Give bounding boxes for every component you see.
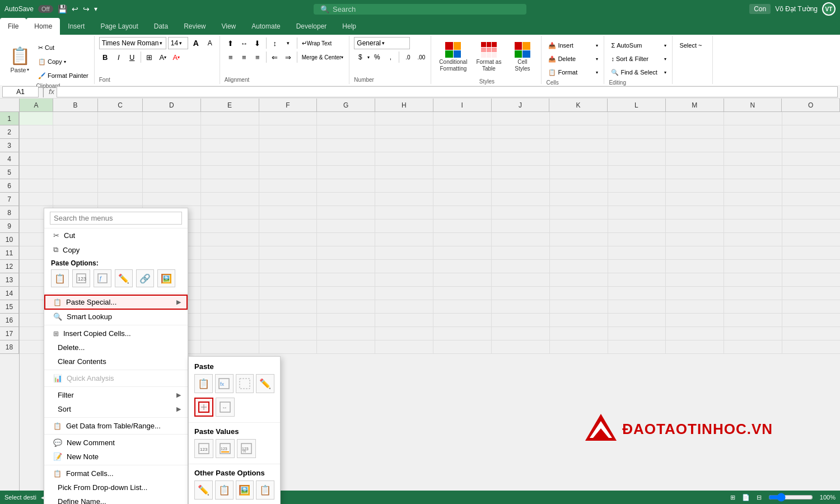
smart-lookup-menu-item[interactable]: 🔍 Smart Lookup [44, 310, 188, 324]
indent-decrease-button[interactable]: ⇐ [269, 51, 281, 63]
copy-menu-item[interactable]: ⧉ Copy [44, 242, 188, 257]
font-color-button[interactable]: A▾ [170, 51, 183, 63]
paste-dropdown-arrow[interactable]: ▾ [27, 67, 29, 72]
submenu-values-icon-2[interactable]: 123 [216, 439, 235, 458]
comment-button[interactable]: Con [749, 4, 771, 14]
align-left-button[interactable]: ≡ [225, 51, 237, 63]
col-header-d[interactable]: D [143, 99, 201, 111]
row-7-header[interactable]: 7 [0, 193, 19, 206]
insert-copied-menu-item[interactable]: ⊞ Insert Copied Cells... [44, 326, 188, 340]
formula-input[interactable] [57, 86, 838, 97]
get-data-menu-item[interactable]: 📋 Get Data from Table/Range... [44, 419, 188, 433]
currency-button[interactable]: $ [354, 51, 366, 63]
format-arrow[interactable]: ▾ [596, 70, 598, 75]
col-header-n[interactable]: N [724, 99, 782, 111]
fill-color-button[interactable]: A▾ [157, 51, 169, 63]
number-format-selector[interactable]: General ▾ [354, 37, 410, 49]
row-1-header[interactable]: 1 [0, 112, 19, 125]
tab-home[interactable]: Home [26, 18, 60, 35]
normal-view-icon[interactable]: ⊞ [730, 494, 735, 501]
submenu-other-icon-4[interactable]: 📋 [256, 480, 274, 500]
tab-help[interactable]: Help [334, 18, 364, 35]
context-menu-search-input[interactable] [50, 212, 182, 225]
new-note-menu-item[interactable]: 📝 New Note [44, 450, 188, 464]
col-header-o[interactable]: O [782, 99, 840, 111]
col-header-m[interactable]: M [666, 99, 724, 111]
paste-icon-2[interactable]: 123 [72, 269, 90, 287]
percent-button[interactable]: % [371, 51, 383, 63]
paste-icon-5[interactable]: 🔗 [136, 269, 154, 287]
paste-button[interactable]: 📋 Paste ▾ [6, 39, 34, 80]
row-12-header[interactable]: 12 [0, 260, 19, 273]
font-size-selector[interactable]: 14 ▾ [168, 37, 188, 49]
delete-arrow[interactable]: ▾ [596, 57, 598, 62]
text-direction-arrow[interactable]: ▾ [282, 37, 295, 49]
submenu-paste-icon-2[interactable]: fx [215, 374, 234, 393]
tab-review[interactable]: Review [176, 18, 213, 35]
undo-icon[interactable]: ↩ [72, 4, 78, 13]
submenu-values-icon-3[interactable]: 123% [237, 439, 256, 458]
page-layout-icon[interactable]: 📄 [742, 494, 750, 501]
align-top-button[interactable]: ⬆ [225, 37, 237, 49]
submenu-paste-icon-4[interactable]: ✏️ [256, 374, 274, 393]
italic-button[interactable]: I [113, 51, 125, 63]
submenu-other-icon-2[interactable]: 📋 [215, 480, 234, 500]
col-header-j[interactable]: J [492, 99, 550, 111]
border-button[interactable]: ⊞ [143, 51, 156, 63]
find-select-arrow[interactable]: ▾ [664, 70, 666, 75]
font-name-selector[interactable]: Times New Roman ▾ [99, 37, 166, 49]
copy-dropdown-arrow[interactable]: ▾ [64, 59, 66, 64]
row-17-header[interactable]: 17 [0, 327, 19, 340]
row-14-header[interactable]: 14 [0, 287, 19, 300]
align-bottom-button[interactable]: ⬇ [251, 37, 264, 49]
autosave-toggle[interactable]: Off [38, 5, 53, 13]
paste-icon-6[interactable]: 🖼️ [157, 269, 175, 287]
submenu-paste-icon-6[interactable]: ↔ [216, 398, 235, 417]
tab-file[interactable]: File [0, 18, 26, 35]
col-header-b[interactable]: B [53, 99, 98, 111]
row-2-header[interactable]: 2 [0, 125, 19, 139]
decrease-font-button[interactable]: A [204, 37, 216, 49]
filter-menu-item[interactable]: Filter ▶ [44, 388, 188, 402]
delete-button[interactable]: 📤 Delete ▾ [546, 53, 600, 65]
select-button[interactable]: Select ~ [677, 39, 709, 52]
bold-button[interactable]: B [99, 51, 111, 63]
col-header-k[interactable]: K [549, 99, 608, 111]
search-placeholder[interactable]: Search [333, 5, 356, 13]
row-6-header[interactable]: 6 [0, 179, 19, 193]
align-right-button[interactable]: ≡ [251, 51, 264, 63]
format-button[interactable]: 📋 Format ▾ [546, 66, 600, 78]
row-4-header[interactable]: 4 [0, 152, 19, 166]
merge-center-button[interactable]: Merge & Center ▾ [300, 51, 346, 63]
customize-qat[interactable]: ▾ [94, 5, 97, 13]
insert-arrow[interactable]: ▾ [596, 43, 598, 48]
align-middle-button[interactable]: ↔ [238, 37, 250, 49]
grid-row-5[interactable] [20, 166, 840, 179]
merge-center-arrow[interactable]: ▾ [341, 55, 343, 60]
sort-filter-arrow[interactable]: ▾ [664, 57, 666, 62]
wrap-text-button[interactable]: ↵ Wrap Text [300, 37, 334, 49]
sum-button[interactable]: Σ AutoSum ▾ [609, 39, 669, 52]
format-cells-menu-item[interactable]: 📋 Format Cells... [44, 466, 188, 480]
user-avatar[interactable]: VT [822, 2, 836, 16]
paste-icon-1[interactable]: 📋 [51, 269, 69, 287]
submenu-other-icon-3[interactable]: 🖼️ [236, 480, 254, 500]
row-8-header[interactable]: 8 [0, 206, 19, 220]
align-center-button[interactable]: ≡ [238, 51, 250, 63]
comma-button[interactable]: , [384, 51, 396, 63]
tab-automate[interactable]: Automate [244, 18, 288, 35]
name-box[interactable] [2, 86, 39, 97]
row-11-header[interactable]: 11 [0, 246, 19, 260]
tab-developer[interactable]: Developer [288, 18, 335, 35]
row-10-header[interactable]: 10 [0, 233, 19, 246]
pick-dropdown-menu-item[interactable]: Pick From Drop-down List... [44, 480, 188, 494]
conditional-formatting-button[interactable]: Conditional Formatting [436, 37, 470, 77]
text-direction-button[interactable]: ↕ [269, 37, 281, 49]
row-5-header[interactable]: 5 [0, 166, 19, 179]
format-as-table-button[interactable]: Format as Table [473, 37, 505, 77]
submenu-paste-icon-1[interactable]: 📋 [194, 374, 213, 393]
sort-filter-button[interactable]: ↕ Sort & Filter ▾ [609, 53, 669, 65]
row-16-header[interactable]: 16 [0, 314, 19, 327]
define-name-menu-item[interactable]: Define Name... [44, 494, 188, 504]
save-icon[interactable]: 💾 [58, 4, 67, 13]
